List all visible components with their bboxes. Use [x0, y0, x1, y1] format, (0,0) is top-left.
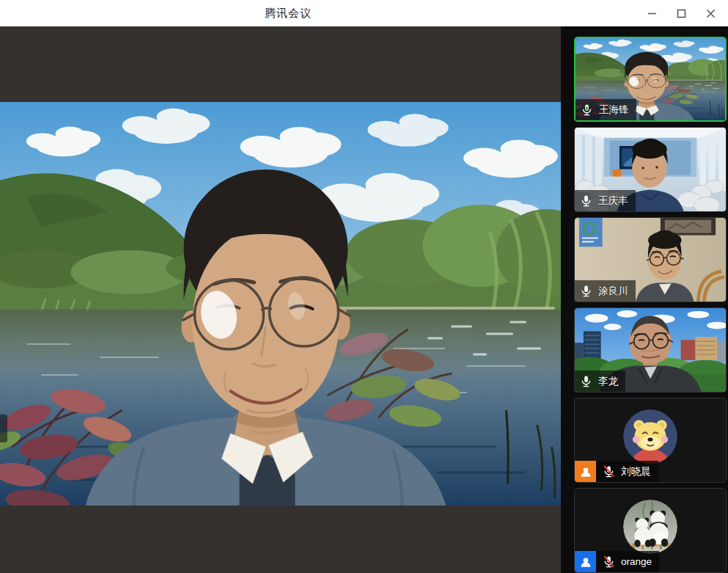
active-speaker-video[interactable]: [0, 102, 561, 506]
participant-name: 王海锋: [599, 103, 629, 117]
mic-on-icon: [579, 374, 593, 388]
participant-namebar: orange: [575, 551, 659, 572]
window-controls: [637, 0, 725, 26]
namebar-segment: 刘晓晨: [596, 461, 658, 482]
participant-namebar: 王海锋: [576, 99, 636, 120]
participant-name: 李龙: [598, 375, 618, 388]
mic-on-icon: [579, 194, 593, 208]
participant-namebar: 刘晓晨: [575, 461, 658, 482]
participant-name: 王庆丰: [598, 194, 628, 208]
participant-name: orange: [621, 556, 652, 567]
participants-sidebar: 王海锋: [561, 26, 728, 573]
participant-tile[interactable]: 王海锋: [574, 37, 727, 122]
main-stage[interactable]: [0, 26, 561, 573]
close-icon: [706, 9, 716, 18]
namebar-segment: orange: [596, 551, 659, 572]
meeting-window: 王海锋: [0, 26, 728, 573]
participant-tile[interactable]: 李龙: [574, 307, 727, 393]
mic-on-icon: [579, 284, 593, 298]
cartoon-bear-avatar: [623, 409, 677, 464]
maximize-icon: [677, 9, 686, 18]
participant-namebar: 涂良川: [575, 280, 636, 302]
participant-tile[interactable]: orange: [574, 488, 727, 573]
mic-muted-icon: [602, 555, 616, 569]
participant-namebar: 王庆丰: [575, 190, 636, 211]
mic-muted-icon: [602, 464, 616, 478]
window-title: 腾讯会议: [265, 7, 312, 21]
mic-on-speaking-icon: [580, 103, 594, 117]
participant-name: 刘晓晨: [621, 465, 651, 478]
participant-tile[interactable]: 刘晓晨: [574, 398, 727, 483]
minimize-button[interactable]: [637, 0, 666, 26]
close-button[interactable]: [696, 0, 725, 26]
minimize-icon: [647, 9, 657, 18]
participant-name: 涂良川: [598, 285, 628, 298]
window-titlebar: 腾讯会议: [0, 0, 728, 26]
participant-tile[interactable]: 王庆丰: [574, 127, 727, 212]
panel-collapse-handle[interactable]: [0, 415, 7, 442]
maximize-button[interactable]: [666, 0, 696, 26]
pandas-avatar: [623, 500, 677, 554]
person-badge-icon: [575, 551, 596, 572]
person-badge-icon: [575, 461, 596, 482]
participant-tile[interactable]: 涂良川: [574, 217, 727, 302]
lake-scene: [0, 102, 561, 506]
participant-namebar: 李龙: [575, 371, 625, 392]
